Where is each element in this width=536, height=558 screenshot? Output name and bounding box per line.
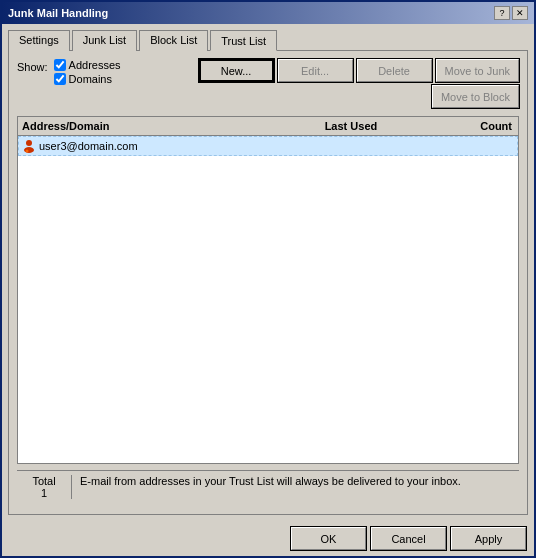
addresses-checkbox[interactable] <box>54 59 66 71</box>
tab-content: Show: Addresses Domains New... Edit... <box>8 50 528 515</box>
tab-settings[interactable]: Settings <box>8 30 70 51</box>
status-bar: Total 1 E-mail from addresses in your Tr… <box>17 470 519 506</box>
new-button[interactable]: New... <box>199 59 274 82</box>
row-address: user3@domain.com <box>39 140 284 152</box>
list-header: Address/Domain Last Used Count <box>18 117 518 136</box>
show-row: Show: Addresses Domains New... Edit... <box>17 59 519 108</box>
svg-point-0 <box>26 140 32 146</box>
help-button[interactable]: ? <box>494 6 510 20</box>
addresses-checkbox-label[interactable]: Addresses <box>54 59 121 71</box>
svg-point-1 <box>24 147 34 153</box>
col-count: Count <box>429 119 518 133</box>
footer: OK Cancel Apply <box>2 521 534 556</box>
edit-button[interactable]: Edit... <box>278 59 353 82</box>
ok-button[interactable]: OK <box>291 527 366 550</box>
tab-junk-list[interactable]: Junk List <box>72 30 137 51</box>
tab-block-list[interactable]: Block List <box>139 30 208 51</box>
col-address: Address/Domain <box>18 119 273 133</box>
tab-bar: Settings Junk List Block List Trust List <box>8 30 528 51</box>
close-button[interactable]: ✕ <box>512 6 528 20</box>
move-to-block-button[interactable]: Move to Block <box>432 85 519 108</box>
action-row-2: Move to Block <box>199 85 519 108</box>
main-window: Junk Mail Handling ? ✕ Settings Junk Lis… <box>0 0 536 558</box>
dialog-body: Settings Junk List Block List Trust List… <box>2 24 534 521</box>
status-message: E-mail from addresses in your Trust List… <box>72 475 519 487</box>
addresses-label: Addresses <box>69 59 121 71</box>
person-icon <box>21 138 37 154</box>
tab-trust-list[interactable]: Trust List <box>210 30 277 51</box>
action-row-1: New... Edit... Delete Move to Junk <box>199 59 519 82</box>
title-bar-buttons: ? ✕ <box>494 6 528 20</box>
checkbox-group: Addresses Domains <box>54 59 121 85</box>
show-label: Show: <box>17 61 48 73</box>
total-value: 1 <box>41 487 47 499</box>
total-label: Total <box>32 475 55 487</box>
svg-point-2 <box>26 150 29 153</box>
table-row[interactable]: user3@domain.com <box>18 136 518 156</box>
domains-checkbox[interactable] <box>54 73 66 85</box>
action-buttons: New... Edit... Delete Move to Junk Move … <box>199 59 519 108</box>
move-to-junk-button[interactable]: Move to Junk <box>436 59 519 82</box>
domains-checkbox-label[interactable]: Domains <box>54 73 121 85</box>
address-list[interactable]: Address/Domain Last Used Count user3@dom… <box>17 116 519 464</box>
apply-button[interactable]: Apply <box>451 527 526 550</box>
col-last-used: Last Used <box>273 119 429 133</box>
title-bar: Junk Mail Handling ? ✕ <box>2 2 534 24</box>
cancel-button[interactable]: Cancel <box>371 527 446 550</box>
delete-button[interactable]: Delete <box>357 59 432 82</box>
status-total: Total 1 <box>17 475 72 499</box>
window-title: Junk Mail Handling <box>8 7 108 19</box>
domains-label: Domains <box>69 73 112 85</box>
